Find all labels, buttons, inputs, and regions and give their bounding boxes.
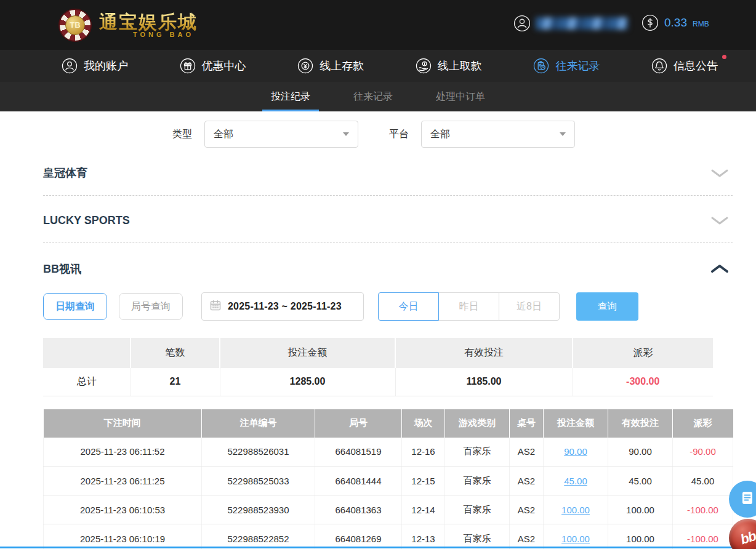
cell-valid-bet: 90.00 [608,438,673,467]
cell-bet-time: 2025-11-23 06:11:25 [44,467,202,495]
section-lucky-sports[interactable]: LUCKY SPORTS [43,196,733,243]
type-select[interactable]: 全部 [204,121,358,148]
bet-amount-link[interactable]: 45.00 [564,476,587,486]
bottom-accent-line [0,547,756,548]
cell-table-no: AS2 [510,495,544,524]
summary-bet-amount: 1285.00 [220,368,395,396]
summary-header-blank [43,338,131,368]
nav-label: 线上取款 [438,58,482,73]
cell-bet-time: 2025-11-23 06:10:19 [44,524,202,549]
nav-label: 优惠中心 [202,58,246,73]
section-title: LUCKY SPORTS [43,214,733,226]
cell-payout: -90.00 [673,438,733,467]
cell-bet-id: 522988526031 [202,438,315,467]
nav-item-promotions[interactable]: 优惠中心 [180,58,246,74]
date-query-button[interactable]: 日期查询 [43,293,107,320]
tab-bet-records[interactable]: 投注纪录 [262,82,319,111]
cell-game-type: 百家乐 [445,495,510,524]
summary-header-bet-amount: 投注金额 [220,338,395,368]
notification-dot [722,55,726,59]
last-8-days-button[interactable]: 近8日 [499,292,560,321]
filter-row: 类型 全部 平台 全部 [172,120,756,148]
nav-item-records[interactable]: 往来记录 [533,58,600,74]
brand-logo[interactable]: TB 通宝娱乐城 TONG BAO [58,9,198,42]
cell-bet-id: 522988525033 [202,467,315,495]
table-row: 2025-11-23 06:11:52 522988526031 6640815… [44,438,733,467]
summary-table: 笔数 投注金额 有效投注 派彩 总计 21 1285.00 1185.00 -3… [43,338,713,396]
summary-payout: -300.00 [573,368,713,396]
chevron-up-icon[interactable] [710,264,729,276]
cell-bet-id: 522988522852 [202,524,315,549]
summary-total-row: 总计 21 1285.00 1185.00 -300.00 [43,368,713,396]
platform-select[interactable]: 全部 [421,121,575,148]
summary-total-label: 总计 [43,368,131,396]
chevron-down-icon [343,132,349,136]
chevron-down-icon[interactable] [710,216,729,228]
cell-game-type: 百家乐 [445,438,510,467]
deposit-icon [297,58,313,74]
cell-bet-time: 2025-11-23 06:11:52 [44,438,202,467]
cell-session: 12-14 [402,495,445,524]
date-range-value: 2025-11-23 ~ 2025-11-23 [228,301,342,312]
search-button[interactable]: 查询 [576,292,638,321]
chevron-down-icon[interactable] [710,169,729,180]
cell-payout: -100.00 [673,524,733,549]
header-session: 场次 [402,409,445,438]
cell-session: 12-13 [402,524,445,549]
cell-bet-id: 522988523930 [202,495,315,524]
withdraw-icon [416,58,432,74]
yesterday-button[interactable]: 昨日 [438,292,499,321]
header-game-type: 游戏类别 [445,409,510,438]
header-payout: 派彩 [673,409,733,438]
user-avatar-icon [513,15,531,32]
bet-amount-link[interactable]: 90.00 [564,446,587,457]
section-bb-live[interactable]: BB视讯 [43,243,733,275]
today-button[interactable]: 今日 [378,292,439,321]
balance-currency: RMB [693,20,709,28]
username-blurred [536,17,628,30]
query-controls: 日期查询 局号查询 2025-11-23 ~ 2025-11-23 今日 昨日 … [43,292,756,321]
summary-header-count: 笔数 [131,338,220,368]
summary-header-valid-bet: 有效投注 [395,338,573,368]
records-icon [533,58,549,74]
section-crown-sports[interactable]: 皇冠体育 [43,148,733,196]
table-row: 2025-11-23 06:10:19 522988522852 6640812… [44,524,733,549]
user-account[interactable] [513,15,628,32]
balance-amount: 0.33 [664,16,687,30]
header-bet-time: 下注时间 [44,409,202,438]
tab-pending-orders[interactable]: 处理中订单 [427,82,494,111]
cell-round-id: 664081363 [315,495,402,524]
cell-table-no: AS2 [510,438,544,467]
cell-payout: 45.00 [673,467,733,495]
bet-amount-link[interactable]: 100.00 [561,534,590,544]
section-title: BB视讯 [43,263,733,275]
cell-valid-bet: 100.00 [608,524,673,549]
nav-label: 线上存款 [320,58,364,73]
nav-item-deposit[interactable]: 线上存款 [297,58,364,74]
bet-detail-table: 下注时间 注单编号 局号 场次 游戏类别 桌号 投注金额 有效投注 派彩 202… [43,409,733,549]
header-valid-bet: 有效投注 [608,409,673,438]
bet-amount-link[interactable]: 100.00 [561,505,590,515]
type-filter-label: 类型 [172,128,192,141]
quick-date-group: 今日 昨日 近8日 [378,292,560,321]
nav-item-withdraw[interactable]: 线上取款 [416,58,482,74]
chip-label: TB [65,15,85,35]
cell-bet-time: 2025-11-23 06:10:53 [44,495,202,524]
header-bet-amount: 投注金额 [544,409,608,438]
cell-valid-bet: 45.00 [608,467,673,495]
balance-display: 0.33 RMB [641,14,709,31]
chevron-down-icon [560,132,566,136]
cell-valid-bet: 100.00 [608,495,673,524]
nav-item-my-account[interactable]: 我的账户 [62,58,128,74]
cell-round-id: 664081444 [315,467,402,495]
nav-item-announcements[interactable]: 信息公告 [651,58,718,74]
cell-table-no: AS2 [510,467,544,495]
table-row: 2025-11-23 06:11:25 522988525033 6640814… [44,467,733,495]
cell-session: 12-15 [402,467,445,495]
gift-icon [180,58,196,74]
date-range-input[interactable]: 2025-11-23 ~ 2025-11-23 [201,292,364,321]
tab-transactions[interactable]: 往来记录 [345,82,401,111]
summary-valid-bet: 1185.00 [395,368,573,396]
round-query-button[interactable]: 局号查询 [119,293,183,320]
main-nav: 我的账户 优惠中心 线上存款 线上取款 [0,50,756,82]
